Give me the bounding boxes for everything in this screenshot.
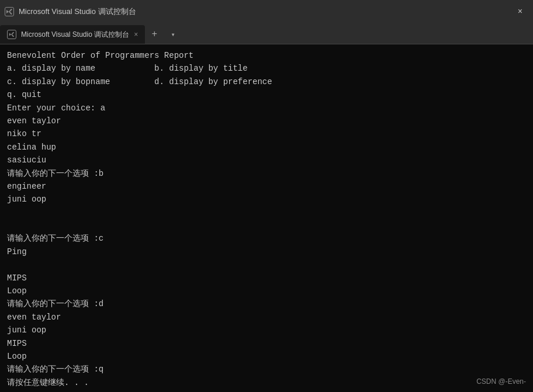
- tab-dropdown-button[interactable]: ▾: [164, 25, 182, 44]
- main-window: Microsoft Visual Studio 调试控制台 × Microsof…: [0, 0, 533, 392]
- new-tab-button[interactable]: +: [145, 25, 164, 44]
- close-button[interactable]: ×: [512, 4, 528, 20]
- terminal-output: Benevolent Order of Programmers Report a…: [0, 44, 533, 392]
- terminal-text: Benevolent Order of Programmers Report a…: [7, 49, 526, 389]
- titlebar-title: Microsoft Visual Studio 调试控制台: [19, 6, 507, 17]
- tab-close-icon[interactable]: ×: [134, 30, 138, 39]
- tab-bar: Microsoft Visual Studio 调试控制台 × + ▾: [0, 23, 533, 44]
- titlebar: Microsoft Visual Studio 调试控制台 ×: [0, 0, 533, 23]
- vs-icon: [5, 7, 14, 16]
- watermark: CSDN @-Even-: [476, 376, 526, 387]
- tab-vs-icon: [7, 30, 16, 39]
- active-tab[interactable]: Microsoft Visual Studio 调试控制台 ×: [0, 25, 145, 44]
- tab-label: Microsoft Visual Studio 调试控制台: [21, 30, 129, 40]
